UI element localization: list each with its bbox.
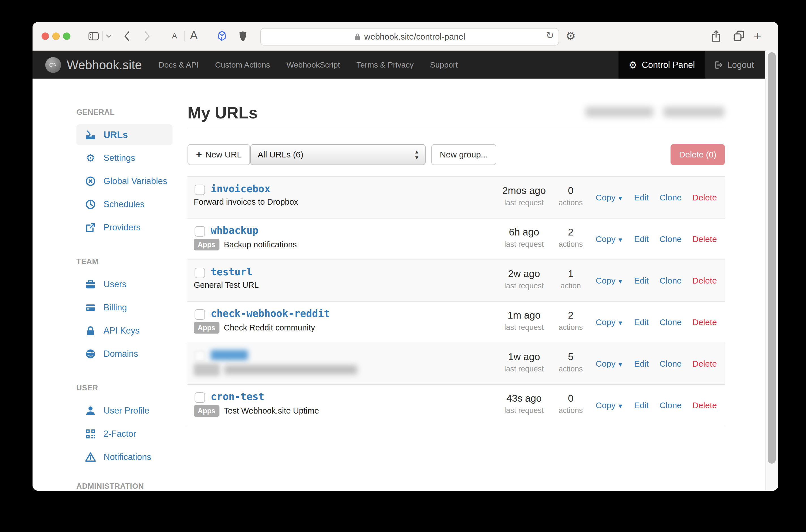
sidebar-item-global-variables[interactable]: Global Variables <box>76 170 172 193</box>
share-arrow-icon <box>85 222 96 233</box>
nav-link-webhookscript[interactable]: WebhookScript <box>278 60 348 70</box>
sidebar-item-label: Settings <box>104 153 135 163</box>
extension-cube-icon[interactable] <box>216 30 228 42</box>
url-description: Backup notifications <box>224 240 297 249</box>
sidebar-item-label: Domains <box>104 349 138 359</box>
row-checkbox[interactable] <box>194 185 205 195</box>
copy-dropdown[interactable]: Copy▼ <box>596 401 623 410</box>
address-bar[interactable]: webhook.site/control-panel ↻ <box>260 28 559 45</box>
delete-selected-button[interactable]: Delete (0) <box>671 144 725 165</box>
row-checkbox[interactable] <box>194 268 205 278</box>
blurred-url-name[interactable] <box>211 350 248 360</box>
url-name-link[interactable]: cron-test <box>211 391 264 402</box>
inbox-in-icon <box>85 129 96 140</box>
nav-link-terms[interactable]: Terms & Privacy <box>348 60 421 70</box>
edit-link[interactable]: Edit <box>634 193 649 203</box>
share-icon[interactable] <box>711 30 721 42</box>
clone-link[interactable]: Clone <box>659 359 681 368</box>
back-icon[interactable] <box>123 31 130 41</box>
row-checkbox[interactable] <box>194 309 205 320</box>
close-window-button[interactable] <box>41 33 49 40</box>
clone-link[interactable]: Clone <box>659 401 681 410</box>
new-group-button[interactable]: New group... <box>431 144 496 165</box>
clone-link[interactable]: Clone <box>659 276 681 285</box>
sidebar-item-domains[interactable]: Domains <box>76 342 172 365</box>
sidebar-item-api-keys[interactable]: API Keys <box>76 319 172 342</box>
delete-link[interactable]: Delete <box>692 401 717 410</box>
settings-gear-icon[interactable]: ⚙ <box>566 30 576 42</box>
privacy-shield-icon[interactable] <box>238 31 248 42</box>
decrease-text-size-button[interactable]: A <box>172 32 177 40</box>
delete-link[interactable]: Delete <box>692 318 717 327</box>
row-checkbox[interactable] <box>194 351 205 361</box>
copy-dropdown[interactable]: Copy▼ <box>596 234 623 244</box>
logout-button[interactable]: Logout <box>705 51 766 79</box>
increase-text-size-button[interactable]: A <box>190 29 198 41</box>
edit-link[interactable]: Edit <box>634 359 649 368</box>
caret-down-icon: ▼ <box>617 361 623 368</box>
url-table: invoicebox Forward invoices to Dropbox 2… <box>187 176 725 426</box>
sidebar-item-urls[interactable]: URLs <box>76 125 172 145</box>
sidebar-item-users[interactable]: Users <box>76 273 172 296</box>
new-url-button[interactable]: + New URL <box>187 144 250 165</box>
nav-link-custom-actions[interactable]: Custom Actions <box>207 60 278 70</box>
edit-link[interactable]: Edit <box>634 234 649 244</box>
brand[interactable]: Webhook.site <box>45 57 142 73</box>
circle-x-icon <box>85 175 96 187</box>
reload-icon[interactable]: ↻ <box>546 30 554 41</box>
toolbar-divider <box>102 31 103 41</box>
url-description: Test Webhook.site Uptime <box>224 406 319 416</box>
sidebar-item-settings[interactable]: ⚙ Settings <box>76 147 172 170</box>
actions-count: 1 <box>552 268 589 279</box>
chevron-down-icon[interactable] <box>106 34 112 38</box>
actions-count-cell: 0 actions <box>552 393 589 415</box>
apps-badge: Apps <box>194 322 220 334</box>
edit-link[interactable]: Edit <box>634 318 649 327</box>
edit-link[interactable]: Edit <box>634 401 649 410</box>
nav-link-support[interactable]: Support <box>422 60 466 70</box>
sidebar-item-billing[interactable]: Billing <box>76 296 172 319</box>
zoom-window-button[interactable] <box>63 33 71 40</box>
delete-link[interactable]: Delete <box>692 359 717 368</box>
delete-link[interactable]: Delete <box>692 234 717 244</box>
clone-link[interactable]: Clone <box>659 234 681 244</box>
last-request-label: last request <box>487 365 561 374</box>
tab-overview-icon[interactable] <box>733 30 745 42</box>
clone-link[interactable]: Clone <box>659 193 681 203</box>
forward-icon[interactable] <box>144 31 151 41</box>
delete-link[interactable]: Delete <box>692 193 717 203</box>
sidebar-item-notifications[interactable]: Notifications <box>76 445 172 469</box>
url-name-link[interactable]: check-webhook-reddit <box>211 308 330 319</box>
new-tab-icon[interactable]: + <box>754 28 761 43</box>
sidebar-toggle-icon[interactable] <box>88 31 99 41</box>
control-panel-tab[interactable]: ⚙ Control Panel <box>618 51 705 79</box>
last-request-label: last request <box>487 240 561 249</box>
sidebar-item-user-profile[interactable]: User Profile <box>76 399 172 422</box>
copy-dropdown[interactable]: Copy▼ <box>596 318 623 327</box>
scrollbar-thumb[interactable] <box>768 52 776 463</box>
sidebar-item-label: Global Variables <box>104 176 167 186</box>
row-checkbox[interactable] <box>194 392 205 403</box>
globe-icon <box>85 348 96 360</box>
nav-link-docs[interactable]: Docs & API <box>150 60 207 70</box>
minimize-window-button[interactable] <box>52 33 60 40</box>
edit-link[interactable]: Edit <box>634 276 649 285</box>
last-request-time: 43s ago <box>487 393 561 404</box>
copy-dropdown[interactable]: Copy▼ <box>596 276 623 285</box>
clone-link[interactable]: Clone <box>659 318 681 327</box>
url-name-link[interactable]: invoicebox <box>211 183 270 194</box>
url-name-link[interactable]: whbackup <box>211 225 259 236</box>
url-name-link[interactable]: testurl <box>211 266 252 278</box>
table-row: whbackup Apps Backup notifications 6h ag… <box>187 218 725 260</box>
actions-count-label: actions <box>552 240 589 249</box>
sidebar-item-schedules[interactable]: Schedules <box>76 193 172 216</box>
copy-dropdown[interactable]: Copy▼ <box>596 359 623 368</box>
row-checkbox[interactable] <box>194 226 205 236</box>
apps-badge: Apps <box>194 239 220 250</box>
scrollbar-track[interactable] <box>765 50 778 491</box>
sidebar-item-2-factor[interactable]: 2-Factor <box>76 422 172 445</box>
delete-link[interactable]: Delete <box>692 276 717 285</box>
sidebar-item-providers[interactable]: Providers <box>76 216 172 239</box>
url-filter-select[interactable]: All URLs (6) ▲▼ <box>250 144 426 165</box>
copy-dropdown[interactable]: Copy▼ <box>596 193 623 203</box>
